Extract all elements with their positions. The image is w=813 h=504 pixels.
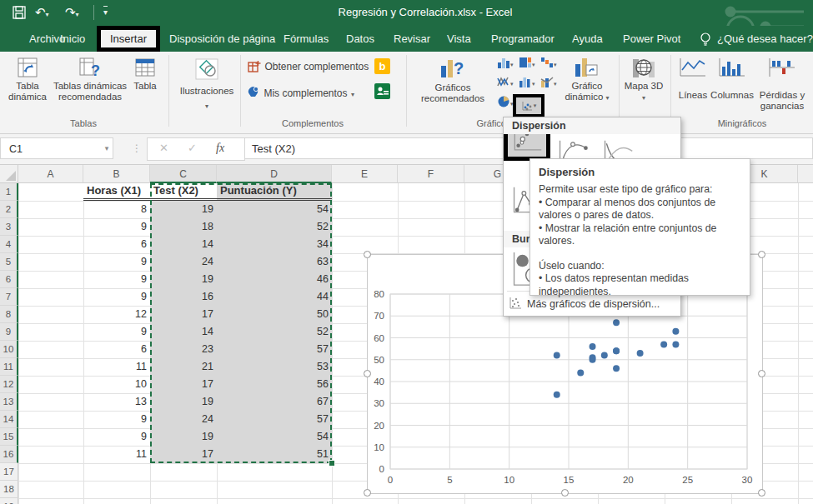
chart-resize-handle[interactable]	[364, 489, 371, 497]
cell-B8[interactable]: 12	[83, 306, 150, 323]
cell-D13[interactable]: 67	[217, 393, 332, 411]
cell-C14[interactable]: 24	[150, 411, 217, 428]
cell-D11[interactable]: 53	[217, 358, 332, 376]
chart-resize-handle[interactable]	[364, 251, 371, 258]
sparkline-lines-button[interactable]: Líneas	[677, 57, 709, 115]
row-header-1[interactable]: 1	[0, 183, 18, 201]
recommended-charts-button[interactable]: ? Gráficos recomendados	[413, 54, 493, 117]
formula-bar-grip-icon[interactable]: ⋮	[132, 137, 142, 159]
cell-C16[interactable]: 17	[150, 446, 217, 463]
cell-B14[interactable]: 9	[83, 411, 150, 428]
col-header-D[interactable]: D	[217, 165, 332, 183]
qat-customize-button[interactable]: ▾	[103, 0, 108, 25]
row-header-5[interactable]: 5	[0, 253, 18, 271]
cell-D3[interactable]: 52	[217, 218, 332, 236]
insert-line-chart-button[interactable]: ▾	[497, 76, 514, 91]
cell-B1[interactable]: Horas (X1)	[83, 183, 150, 201]
insert-3d-column-button[interactable]: ▾	[519, 76, 535, 91]
col-header-C[interactable]: C	[150, 165, 217, 183]
tab-power-pivot[interactable]: Power Pivot	[623, 26, 680, 52]
cell-C7[interactable]: 16	[150, 288, 217, 306]
cell-D14[interactable]: 57	[217, 411, 332, 428]
map3d-button[interactable]: Mapa 3D ▾	[622, 54, 665, 121]
row-header-8[interactable]: 8	[0, 306, 18, 323]
cell-B7[interactable]: 9	[83, 288, 150, 306]
row-header-12[interactable]: 12	[0, 376, 18, 393]
row-header-11[interactable]: 11	[0, 358, 18, 376]
col-header-F[interactable]: F	[398, 165, 464, 183]
cell-C1[interactable]: Test (X2)	[150, 183, 217, 201]
row-header-3[interactable]: 3	[0, 218, 18, 236]
tab-disposicion[interactable]: Disposición de página	[169, 26, 275, 52]
sparkline-columns-button[interactable]: Columnas	[710, 57, 754, 115]
cell-B6[interactable]: 9	[83, 271, 150, 288]
save-button[interactable]	[12, 0, 27, 28]
insert-pie-chart-button[interactable]: ▾	[497, 95, 514, 111]
cancel-entry-icon[interactable]: ✕	[159, 138, 168, 158]
chart-resize-handle[interactable]	[758, 489, 765, 497]
tab-revisar[interactable]: Revisar	[394, 26, 430, 52]
col-header-L[interactable]: L	[798, 165, 813, 183]
cell-C9[interactable]: 14	[150, 323, 217, 341]
row-header-13[interactable]: 13	[0, 393, 18, 411]
cell-D12[interactable]: 56	[217, 376, 332, 393]
pivot-chart-button[interactable]: Gráfico dinámico ▾	[557, 54, 617, 121]
chart-resize-handle[interactable]	[758, 251, 765, 258]
chart-resize-handle[interactable]	[561, 489, 569, 497]
cell-B10[interactable]: 6	[83, 341, 150, 358]
row-header-10[interactable]: 10	[0, 341, 18, 358]
cell-D8[interactable]: 50	[217, 306, 332, 323]
col-header-A[interactable]: A	[18, 165, 83, 183]
cell-B13[interactable]: 13	[83, 393, 150, 411]
cell-D9[interactable]: 52	[217, 323, 332, 341]
pivot-table-button[interactable]: Tabla dinámica	[5, 54, 50, 116]
redo-caret-icon[interactable]: ▾	[76, 11, 79, 18]
cell-B2[interactable]: 8	[83, 201, 150, 218]
row-header-7[interactable]: 7	[0, 288, 18, 306]
row-header-18[interactable]: 18	[0, 481, 18, 498]
cell-D4[interactable]: 34	[217, 236, 332, 253]
cell-B5[interactable]: 9	[83, 253, 150, 271]
cell-D2[interactable]: 54	[217, 201, 332, 218]
cell-B16[interactable]: 11	[83, 446, 150, 463]
insert-column-chart-button[interactable]: ▾	[497, 57, 514, 72]
tab-programador[interactable]: Programador	[491, 26, 555, 52]
cell-C8[interactable]: 17	[150, 306, 217, 323]
sparkline-winloss-button[interactable]: Pérdidas y ganancias	[755, 57, 809, 115]
row-header-14[interactable]: 14	[0, 411, 18, 428]
cell-B9[interactable]: 9	[83, 323, 150, 341]
cell-C5[interactable]: 24	[150, 253, 217, 271]
insert-function-icon[interactable]: fx	[216, 138, 224, 158]
get-addins-button[interactable]: Obtener complementos	[247, 58, 369, 77]
tab-datos[interactable]: Datos	[346, 26, 374, 52]
redo-button[interactable]: ↷▾	[65, 0, 79, 27]
my-addins-button[interactable]: Mis complementos ▾	[247, 85, 354, 103]
cell-C10[interactable]: 23	[150, 341, 217, 358]
tab-formulas[interactable]: Fórmulas	[284, 26, 329, 52]
name-box[interactable]: C1	[0, 137, 113, 159]
col-header-B[interactable]: B	[83, 165, 150, 183]
row-header-15[interactable]: 15	[0, 428, 18, 446]
cell-B11[interactable]: 11	[83, 358, 150, 376]
cell-C6[interactable]: 19	[150, 271, 217, 288]
row-header-17[interactable]: 17	[0, 463, 18, 481]
insert-combo-chart-button[interactable]: ▾	[540, 76, 557, 91]
table-button[interactable]: Tabla	[127, 54, 163, 116]
chart-resize-handle[interactable]	[758, 370, 765, 377]
row-header-4[interactable]: 4	[0, 236, 18, 253]
cell-C13[interactable]: 19	[150, 393, 217, 411]
cell-C4[interactable]: 14	[150, 236, 217, 253]
insert-hierarchy-chart-button[interactable]: ▾	[519, 57, 535, 72]
insert-scatter-chart-button[interactable]: ▾	[513, 94, 545, 117]
tab-vista[interactable]: Vista	[447, 26, 471, 52]
cell-C15[interactable]: 19	[150, 428, 217, 446]
illustrations-button[interactable]: Ilustraciones ▾	[177, 54, 237, 121]
tab-ayuda[interactable]: Ayuda	[572, 26, 603, 52]
cell-B3[interactable]: 9	[83, 218, 150, 236]
name-box-caret-icon[interactable]: ▾	[100, 137, 113, 159]
cell-D15[interactable]: 54	[217, 428, 332, 446]
select-all-corner[interactable]	[0, 165, 18, 183]
cell-D5[interactable]: 63	[217, 253, 332, 271]
cell-D10[interactable]: 57	[217, 341, 332, 358]
tab-inicio[interactable]: Inicio	[60, 26, 85, 52]
